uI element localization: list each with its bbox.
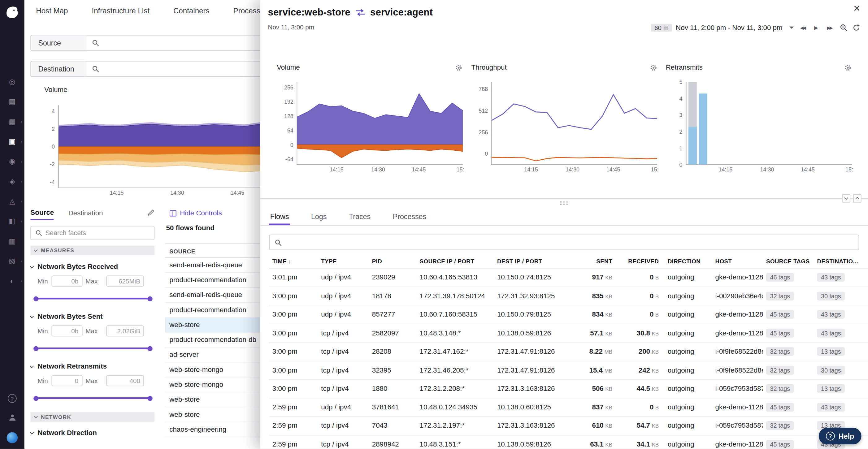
settings-icon[interactable]: ◐› [4, 277, 21, 285]
network-group-header[interactable]: NETWORK [30, 412, 154, 421]
range-slider[interactable] [36, 296, 150, 301]
range-slider[interactable] [36, 396, 150, 401]
dest-tags-badge[interactable]: 43 tags [817, 310, 845, 319]
zoom-button[interactable] [840, 24, 847, 32]
datadog-logo[interactable] [0, 0, 25, 25]
monitors-icon[interactable]: ◉› [4, 157, 21, 165]
watchdog-icon[interactable]: ◎ [4, 77, 21, 86]
table-row[interactable]: 3:01 pm udp / ipv4 239029 10.60.4.165:53… [269, 268, 868, 287]
measure-header[interactable]: Network Bytes Received [30, 263, 154, 270]
tab-logs[interactable]: Logs [310, 213, 328, 225]
max-input[interactable] [106, 375, 144, 386]
facet-tab-source[interactable]: Source [30, 208, 54, 220]
time-skip-forward-button[interactable]: ▶▶ [824, 24, 835, 32]
tab-flows[interactable]: Flows [269, 213, 290, 225]
time-range-duration[interactable]: 60 m [651, 24, 672, 32]
logs-icon[interactable]: ▧› [4, 257, 21, 265]
user-avatar[interactable] [6, 432, 18, 443]
table-row[interactable]: 3:00 pm tcp / ipv4 2582097 10.48.3.148:*… [269, 324, 868, 343]
table-column-header[interactable]: RECEIVED [618, 258, 664, 264]
min-input[interactable] [51, 325, 82, 337]
table-column-header[interactable]: SENT [577, 258, 618, 264]
chart-settings-button[interactable] [650, 64, 657, 71]
facet-search[interactable] [30, 226, 154, 240]
source-tags-badge[interactable]: 45 tags [766, 329, 794, 338]
source-tags-badge[interactable]: 32 tags [766, 384, 794, 393]
edit-facets-button[interactable] [148, 208, 154, 220]
network-direction-section[interactable]: Network Direction [30, 429, 154, 437]
help-button[interactable]: ? Help [819, 428, 862, 444]
table-column-header[interactable]: TYPE [318, 258, 369, 264]
tab-traces[interactable]: Traces [348, 213, 371, 225]
table-row[interactable]: 2:59 pm tcp / ipv4 2898942 10.48.3.151:*… [269, 435, 868, 449]
source-tags-badge[interactable]: 32 tags [766, 347, 794, 356]
time-back-button[interactable]: ◀◀ [798, 24, 808, 32]
slider-handle-min[interactable] [33, 396, 38, 401]
table-row[interactable]: 2:59 pm udp / ipv4 3781641 10.48.0.124:3… [269, 398, 868, 417]
close-icon[interactable]: × [854, 2, 860, 14]
facet-tab-destination[interactable]: Destination [68, 209, 103, 219]
max-input[interactable] [106, 276, 144, 287]
slider-handle-max[interactable] [148, 296, 153, 301]
table-column-header[interactable]: SOURCE IP / PORT [416, 258, 494, 264]
drag-handle-icon[interactable] [559, 201, 569, 205]
table-column-header[interactable]: DIRECTION [664, 258, 712, 264]
expand-panel-button[interactable] [853, 194, 862, 203]
table-row[interactable]: 3:00 pm udp / ipv4 18178 172.31.39.178:5… [269, 287, 868, 306]
facet-search-input[interactable] [45, 229, 150, 237]
apm-icon[interactable]: ◈› [4, 177, 21, 185]
table-row[interactable]: 3:00 pm tcp / ipv4 1880 172.31.2.208:* 1… [269, 380, 868, 398]
collapse-panel-button[interactable] [842, 194, 850, 203]
time-range-text[interactable]: Nov 11, 2:00 pm - Nov 11, 3:00 pm [676, 24, 782, 32]
dest-tags-badge[interactable]: 13 tags [817, 347, 845, 356]
nav-item-host-map[interactable]: Host Map [36, 6, 68, 15]
table-column-header[interactable]: PID [369, 258, 416, 264]
source-tags-badge[interactable]: 32 tags [766, 366, 794, 375]
flows-search[interactable] [269, 234, 859, 250]
sidebar-help-icon[interactable]: ? [8, 394, 17, 403]
source-tags-badge[interactable]: 45 tags [766, 403, 794, 412]
table-column-header[interactable]: SOURCE TAGS [763, 258, 814, 264]
table-column-header[interactable]: HOST [712, 258, 763, 264]
min-input[interactable] [51, 276, 82, 287]
slider-handle-max[interactable] [148, 396, 153, 401]
dashboards-icon[interactable]: ▦› [4, 117, 21, 126]
nav-item-containers[interactable]: Containers [173, 6, 210, 15]
source-tags-badge[interactable]: 32 tags [766, 291, 794, 300]
metrics-icon[interactable]: ◬› [4, 197, 21, 205]
tab-processes[interactable]: Processes [392, 213, 428, 225]
flows-search-input[interactable] [286, 238, 854, 246]
table-row[interactable]: 3:00 pm tcp / ipv4 28208 172.31.47.162:*… [269, 343, 868, 361]
notebooks-icon[interactable]: ▥ [4, 237, 21, 245]
chart-settings-button[interactable] [455, 64, 463, 71]
dest-tags-badge[interactable]: 30 tags [817, 291, 845, 300]
slider-handle-min[interactable] [33, 346, 38, 351]
max-input[interactable] [106, 325, 144, 337]
source-tags-badge[interactable]: 32 tags [766, 421, 794, 430]
dest-tags-badge[interactable]: 43 tags [817, 273, 845, 282]
time-forward-button[interactable]: ▶ [811, 23, 820, 32]
events-icon[interactable]: ▤ [4, 97, 21, 106]
integrations-icon[interactable]: ◧› [4, 217, 21, 225]
chart-settings-button[interactable] [844, 64, 851, 71]
range-slider[interactable] [36, 346, 150, 351]
measures-group-header[interactable]: MEASURES [30, 246, 154, 255]
min-input[interactable] [51, 375, 82, 386]
measure-header[interactable]: Network Bytes Sent [30, 313, 154, 320]
measure-header[interactable]: Network Retransmits [30, 362, 154, 370]
table-row[interactable]: 3:00 pm udp / ipv4 857277 10.60.7.160:58… [269, 306, 868, 324]
table-column-header[interactable]: TIME↓ [269, 258, 318, 264]
table-column-header[interactable]: DEST IP / PORT [494, 258, 577, 264]
dest-tags-badge[interactable]: 13 tags [817, 384, 845, 393]
source-tags-badge[interactable]: 45 tags [766, 310, 794, 319]
dest-tags-badge[interactable]: 30 tags [817, 366, 845, 375]
infrastructure-icon[interactable]: ▣› [4, 137, 21, 146]
table-column-header[interactable]: DESTINATIO... [814, 258, 868, 264]
source-tags-badge[interactable]: 45 tags [766, 440, 794, 449]
slider-handle-max[interactable] [148, 346, 153, 351]
refresh-button[interactable] [852, 24, 860, 32]
source-tags-badge[interactable]: 46 tags [766, 273, 794, 282]
chevron-down-icon[interactable] [790, 27, 794, 29]
dest-tags-badge[interactable]: 43 tags [817, 403, 845, 412]
table-row[interactable]: 2:59 pm tcp / ipv4 7043 172.31.2.197:* 1… [269, 417, 868, 436]
